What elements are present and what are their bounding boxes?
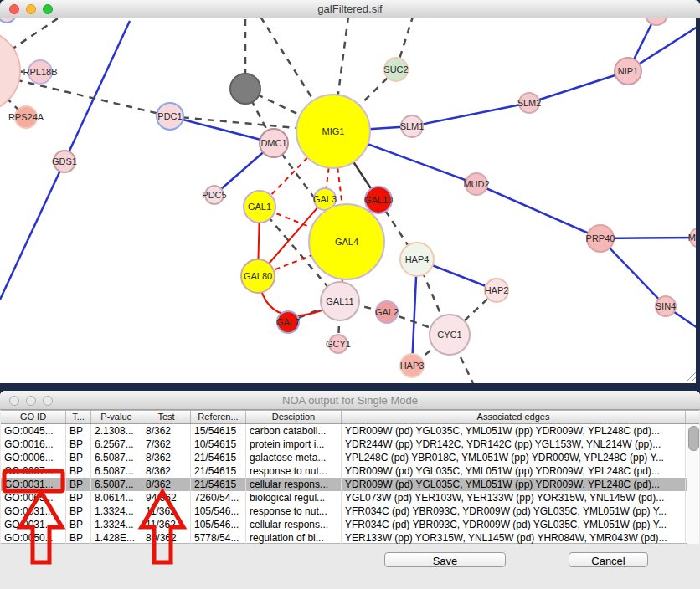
column-header-test[interactable]: Test: [142, 411, 191, 423]
column-header-pvalue[interactable]: P-value: [91, 411, 142, 423]
edge-SLM2-NIP1[interactable]: [529, 71, 628, 103]
table-row[interactable]: GO:0007...BP6.5087...8/36221/54615respon…: [1, 464, 699, 478]
cell: 11/362: [142, 504, 191, 518]
node-RPS24A[interactable]: RPS24A: [14, 105, 38, 129]
scrollbar-thumb[interactable]: [688, 426, 699, 451]
node-label: GAL80: [244, 271, 272, 281]
cell: response to nut...: [246, 504, 342, 518]
node-GAL80[interactable]: GAL80: [240, 259, 275, 294]
cell: GO:0045...: [1, 424, 66, 438]
edge-GDS1-0,358[interactable]: [0, 161, 64, 300]
cell: 94/362: [142, 491, 191, 504]
column-header-goid[interactable]: GO ID: [1, 411, 66, 423]
cell: 6.5087...: [91, 478, 142, 491]
cell: YFR034C (pd) YBR093C, YDR009W (pd) YGL03…: [342, 518, 686, 531]
node-HAP4[interactable]: HAP4: [399, 242, 435, 277]
cell: response to nut...: [246, 464, 342, 478]
cell: GO:0050...: [1, 531, 66, 545]
node-PDC5[interactable]: PDC5: [204, 185, 224, 205]
save-button[interactable]: Save: [384, 552, 506, 567]
node-HAP2[interactable]: HAP2: [484, 278, 509, 303]
cell: 6.2567...: [91, 438, 142, 451]
cancel-button[interactable]: Cancel: [569, 552, 648, 567]
node-PDC1[interactable]: PDC1: [156, 102, 184, 131]
node-GCY1[interactable]: GCY1: [328, 334, 348, 354]
column-header-t[interactable]: T...: [66, 411, 91, 423]
node-NIP1[interactable]: NIP1: [614, 57, 642, 85]
table-row[interactable]: GO:0006...BP6.5087...8/36221/54615galact…: [1, 451, 699, 464]
column-header-desciption[interactable]: Desciption: [246, 411, 342, 423]
node-RPL18B[interactable]: RPL18B: [28, 59, 53, 85]
table-row[interactable]: GO:0031...BP6.5087...8/36221/54615cellul…: [1, 478, 699, 491]
network-canvas[interactable]: RPL18BRPS24AGDS1PDC1DMC1MIG1SUC2SLM1SLM2…: [0, 18, 700, 383]
noa-window-titlebar[interactable]: NOA output for Single Mode: [0, 391, 700, 410]
vertical-scrollbar[interactable]: [687, 424, 699, 544]
edge-PRP40-MSL1[interactable]: [600, 238, 700, 238]
cell: BP: [66, 478, 91, 491]
node-label: MIG1: [322, 126, 345, 136]
node-GAL7[interactable]: GAL7: [276, 310, 300, 334]
node-label: DMC1: [260, 138, 286, 148]
node-label: RPS24A: [8, 112, 44, 122]
table-row[interactable]: GO:0045...BP2.1308...8/36215/54615carbon…: [1, 424, 699, 438]
node-SLM2[interactable]: SLM2: [518, 92, 540, 114]
node-SLM1[interactable]: SLM1: [400, 115, 424, 138]
graph-window-titlebar[interactable]: galFiltered.sif: [0, 0, 700, 18]
cell: BP: [66, 491, 91, 504]
cell: BP: [66, 531, 91, 545]
node-GAL4[interactable]: GAL4: [308, 203, 385, 280]
cell: 1.3324...: [91, 518, 142, 531]
column-header-associatededges[interactable]: Associated edges: [342, 411, 686, 423]
table-header-row: GO IDT...P-valueTestReferen...Desciption…: [1, 411, 699, 424]
node-SIN4[interactable]: SIN4: [655, 295, 677, 317]
cell: 7/362: [142, 438, 191, 451]
node-label: SLM2: [517, 98, 542, 108]
edge-SLM1-SLM2[interactable]: [412, 103, 529, 126]
cell: YPL248C (pd) YBR018C, YML051W (pp) YDR00…: [342, 451, 686, 464]
cell: 11/362: [142, 518, 191, 531]
cell: 105/546...: [191, 504, 246, 518]
node-MIG1[interactable]: MIG1: [296, 94, 371, 169]
node-label: HAP3: [400, 361, 425, 371]
node-GDS1[interactable]: GDS1: [53, 150, 76, 173]
node-SUC2[interactable]: SUC2: [383, 57, 409, 82]
node-PRP40[interactable]: PRP40: [586, 224, 615, 253]
node-label: GAL3: [313, 194, 337, 204]
node-label: PDC5: [202, 190, 226, 200]
background-band: [0, 383, 700, 391]
graph-window: galFiltered.sif RPL18BRPS24AGDS1PDC1DMC1…: [0, 0, 700, 383]
node-CYC1[interactable]: CYC1: [429, 314, 471, 356]
cell: biological regul...: [246, 491, 342, 504]
table-row[interactable]: GO:0016...BP6.2567...7/36210/54615protei…: [1, 438, 699, 451]
edge-155,25-GDS1[interactable]: [64, 21, 130, 161]
table-row[interactable]: GO:0050...BP1.428E...80/3625778/54...reg…: [1, 531, 699, 545]
cell: BP: [66, 424, 91, 438]
node-graynode[interactable]: [229, 73, 261, 105]
node-GAL2[interactable]: GAL2: [375, 300, 399, 324]
cell: regulation of bi...: [246, 531, 342, 545]
table-row[interactable]: GO:0065...BP8.0614...94/3627260/54...bio…: [1, 491, 699, 504]
node-HAP3[interactable]: HAP3: [399, 353, 425, 378]
node-MUD2[interactable]: MUD2: [465, 172, 488, 196]
node-label: RPL18B: [23, 67, 58, 77]
table-row[interactable]: GO:0031...BP1.3324...11/362105/546...res…: [1, 504, 699, 518]
network-edges: [0, 18, 700, 383]
node-label: PRP40: [586, 233, 615, 243]
node-GAL11[interactable]: GAL11: [320, 281, 360, 321]
cell: YDR009W (pd) YGL035C, YML051W (pp) YDR00…: [342, 464, 686, 478]
noa-window-title: NOA output for Single Mode: [0, 391, 700, 410]
column-header-referen[interactable]: Referen...: [191, 411, 246, 423]
cell: 7260/54...: [191, 491, 246, 504]
node-label: HAP4: [405, 254, 430, 264]
cell: GO:0007...: [1, 464, 66, 478]
cell: 21/54615: [191, 451, 246, 464]
node-label: GAL7: [276, 317, 300, 327]
edge-MUD2-PRP40[interactable]: [476, 184, 600, 238]
node-label: SLM1: [400, 121, 425, 131]
cell: 8/362: [142, 478, 191, 491]
cell: BP: [66, 504, 91, 518]
cell: GO:0031...: [1, 518, 66, 531]
node-GAL1[interactable]: GAL1: [243, 190, 276, 223]
node-DMC1[interactable]: DMC1: [259, 128, 289, 158]
table-row[interactable]: GO:0031...BP1.3324...11/362105/546...cel…: [1, 518, 699, 531]
